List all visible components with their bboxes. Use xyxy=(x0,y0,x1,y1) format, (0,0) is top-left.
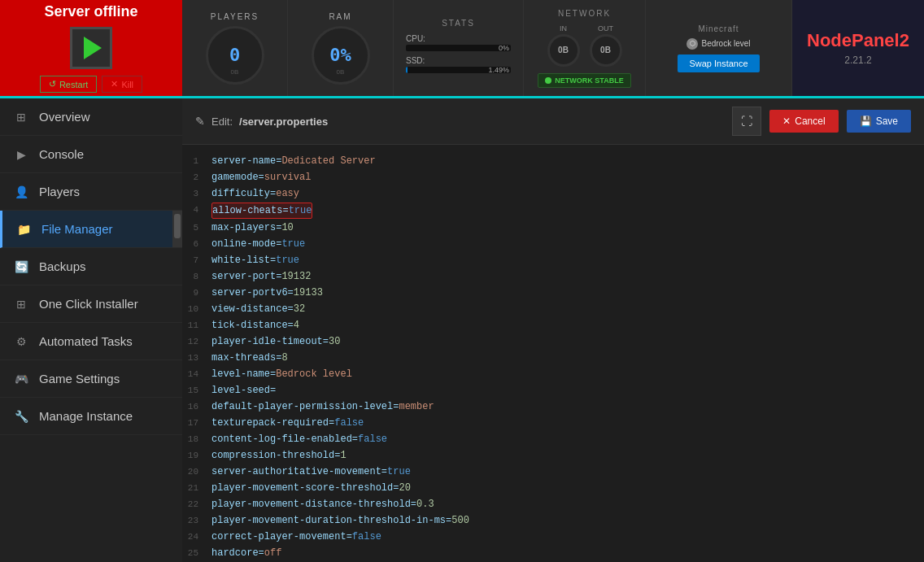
line-number: 8 xyxy=(182,269,211,284)
server-status-text: Server offline xyxy=(44,3,137,20)
property-key: compression-threshold= xyxy=(211,450,340,461)
line-content: player-movement-score-threshold=20 xyxy=(211,481,411,495)
sidebar-item-console[interactable]: ▶ Console xyxy=(0,136,182,173)
property-value: 19133 xyxy=(294,287,323,298)
table-row: 2gamemode=survival xyxy=(182,169,924,185)
sidebar: ⊞ Overview ▶ Console 👤 Players 📁 File Ma… xyxy=(0,98,182,562)
line-number: 17 xyxy=(182,416,211,430)
table-row: 8server-port=19132 xyxy=(182,268,924,285)
line-content: level-seed= xyxy=(211,383,276,398)
code-editor[interactable]: 1server-name=Dedicated Server2gamemode=s… xyxy=(182,145,924,562)
swap-instance-button[interactable]: Swap Instance xyxy=(678,54,759,72)
table-row: 4allow-cheats=true xyxy=(182,202,924,220)
save-button[interactable]: 💾 Save xyxy=(847,110,911,133)
table-row: 18content-log-file-enabled=false xyxy=(182,431,924,447)
cancel-icon: ✕ xyxy=(782,115,791,127)
editor-area: ✎ Edit: /server.properties ⛶ ✕ Cancel 💾 … xyxy=(182,98,924,562)
network-meters: IN 0B OUT 0B xyxy=(547,24,622,67)
line-content: server-port=19132 xyxy=(211,269,311,284)
players-value: 0 xyxy=(229,45,240,65)
property-key: player-idle-timeout= xyxy=(211,336,329,347)
nodepanel-logo: NodePanel2 xyxy=(807,30,909,51)
line-number: 2 xyxy=(182,170,211,185)
line-number: 10 xyxy=(182,302,211,316)
main-content: ⊞ Overview ▶ Console 👤 Players 📁 File Ma… xyxy=(0,98,924,562)
sidebar-item-file-manager[interactable]: 📁 File Manager xyxy=(0,211,182,248)
network-stable-dot xyxy=(545,77,551,84)
players-label: PLAYERS xyxy=(211,12,259,21)
line-content: max-players=10 xyxy=(211,220,294,235)
sidebar-scrollbar[interactable] xyxy=(172,211,182,247)
line-number: 14 xyxy=(182,367,211,381)
property-value: 32 xyxy=(294,303,305,315)
network-stable-text: NETWORK STABLE xyxy=(555,76,623,85)
table-row: 5max-players=10 xyxy=(182,220,924,236)
network-in-meter: IN 0B xyxy=(547,24,580,67)
line-number: 16 xyxy=(182,399,211,414)
cancel-button[interactable]: ✕ Cancel xyxy=(769,110,838,133)
network-out-value: 0B xyxy=(600,46,611,54)
table-row: 13max-threads=8 xyxy=(182,350,924,366)
table-row: 20server-authoritative-movement=true xyxy=(182,464,924,480)
table-row: 7white-list=true xyxy=(182,252,924,268)
network-out-circle: 0B xyxy=(590,34,622,67)
restart-button[interactable]: ↺ Restart xyxy=(40,76,97,93)
network-in-label: IN xyxy=(560,24,567,33)
property-key: white-list= xyxy=(211,255,276,266)
sidebar-item-players[interactable]: 👤 Players xyxy=(0,173,182,211)
edit-label: Edit: xyxy=(211,115,233,128)
property-key: server-portv6= xyxy=(211,287,294,298)
line-number: 23 xyxy=(182,513,211,528)
property-key: level-seed= xyxy=(211,385,276,396)
sidebar-item-automated-tasks[interactable]: ⚙ Automated Tasks xyxy=(0,323,182,360)
table-row: 12player-idle-timeout=30 xyxy=(182,333,924,350)
network-stable-badge: NETWORK STABLE xyxy=(538,73,630,88)
line-number: 13 xyxy=(182,351,211,365)
property-key: gamemode= xyxy=(211,172,264,183)
table-row: 21player-movement-score-threshold=20 xyxy=(182,480,924,496)
line-number: 3 xyxy=(182,186,211,201)
line-content: player-movement-duration-threshold-in-ms… xyxy=(211,513,469,528)
restart-icon: ↺ xyxy=(49,79,56,89)
table-row: 22player-movement-distance-threshold=0.3 xyxy=(182,496,924,512)
start-button[interactable] xyxy=(70,27,112,69)
minecraft-panel: Minecraft ⬡ Bedrock level Swap Instance xyxy=(646,0,792,96)
line-number: 18 xyxy=(182,432,211,447)
players-sub: 0B xyxy=(231,68,239,76)
property-value: Dedicated Server xyxy=(281,155,375,167)
property-value: 19132 xyxy=(281,271,311,282)
property-value: 1 xyxy=(340,450,346,461)
fullscreen-button[interactable]: ⛶ xyxy=(732,107,761,136)
ssd-bar-bg: 1.49% xyxy=(406,67,511,73)
property-key: player-movement-distance-threshold= xyxy=(211,499,416,510)
sidebar-item-game-settings[interactable]: 🎮 Game Settings xyxy=(0,360,182,398)
property-value: 10 xyxy=(281,222,293,233)
property-key: texturepack-required= xyxy=(211,417,334,429)
stats-title: STATS xyxy=(406,19,511,28)
property-key: max-threads= xyxy=(211,352,281,364)
line-number: 4 xyxy=(182,203,211,217)
minecraft-title: Minecraft xyxy=(698,24,739,33)
line-number: 20 xyxy=(182,464,211,479)
property-value: true xyxy=(281,238,305,250)
ram-gauge: 0% 0B xyxy=(312,26,370,85)
property-key: default-player-permission-level= xyxy=(211,401,399,412)
sidebar-item-backups[interactable]: 🔄 Backups xyxy=(0,248,182,285)
sidebar-scrollbar-thumb xyxy=(174,214,181,238)
editor-title: ✎ Edit: /server.properties xyxy=(195,115,328,128)
line-content: server-name=Dedicated Server xyxy=(211,154,376,168)
line-number: 15 xyxy=(182,383,211,398)
property-value: false xyxy=(358,433,387,445)
players-gauge-panel: PLAYERS 0 0B xyxy=(182,0,288,96)
sidebar-item-overview[interactable]: ⊞ Overview xyxy=(0,98,182,136)
kill-button[interactable]: ✕ Kill xyxy=(102,76,142,93)
nodepanel-logo-suffix: 2 xyxy=(900,30,909,50)
sidebar-item-manage-instance[interactable]: 🔧 Manage Instance xyxy=(0,398,182,435)
table-row: 16default-player-permission-level=member xyxy=(182,399,924,415)
sidebar-item-one-click[interactable]: ⊞ One Click Installer xyxy=(0,285,182,323)
start-icon xyxy=(84,37,102,59)
property-value: true xyxy=(387,466,411,477)
table-row: 9server-portv6=19133 xyxy=(182,285,924,301)
file-manager-icon: 📁 xyxy=(15,223,32,236)
line-content: online-mode=true xyxy=(211,237,305,251)
